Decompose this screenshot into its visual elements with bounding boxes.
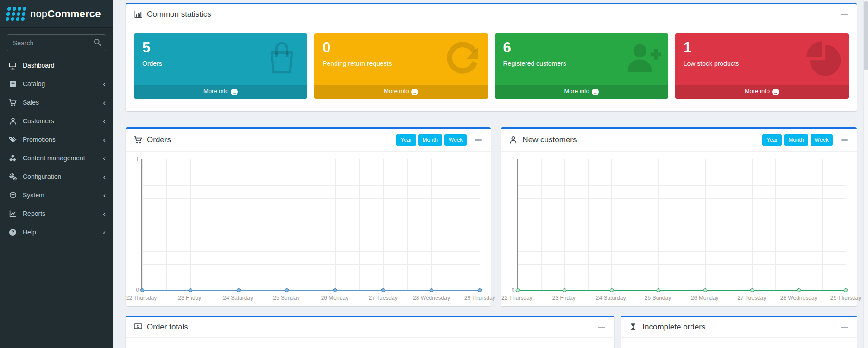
minus-icon [841, 139, 848, 141]
x-axis-label: 29 Thursday [830, 295, 862, 301]
user-icon [9, 117, 17, 125]
collapse-button[interactable] [840, 325, 849, 330]
stat-card-body: 5 Orders [134, 33, 307, 85]
sidebar-item-help[interactable]: ? Help ‹ [0, 223, 113, 241]
panel-order-totals: Order totals [126, 316, 614, 348]
chevron-left-icon: ‹ [103, 210, 106, 218]
chevron-left-icon: ‹ [103, 80, 106, 88]
sidebar-item-content-management[interactable]: Content management ‹ [0, 149, 113, 167]
chevron-left-icon: ‹ [103, 117, 106, 125]
month-button[interactable]: Month [418, 134, 442, 146]
collapse-button[interactable] [597, 325, 606, 330]
x-axis-label: 25 Sunday [273, 295, 299, 301]
x-axis-label: 25 Sunday [645, 295, 671, 301]
charts-row: Orders Year Month Week 1 0 [126, 127, 857, 306]
y-axis-label: 0 [136, 287, 139, 293]
stat-card-body: 6 Registered customers [495, 33, 668, 85]
x-axis-label: 26 Monday [691, 295, 718, 301]
range-button-group: Year Month Week [396, 134, 467, 146]
more-info-link[interactable]: More info→ [134, 85, 307, 99]
month-button[interactable]: Month [784, 134, 808, 146]
minus-icon [841, 14, 848, 15]
x-axis-label: 27 Tuesday [369, 295, 398, 301]
sidebar-item-label: Configuration [23, 173, 61, 180]
stat-card-body: 0 Pending return requests [314, 33, 488, 85]
chart-line-icon [9, 210, 17, 218]
scrollbar-thumb[interactable] [864, 1, 868, 70]
plot-area [141, 159, 480, 291]
new-customers-chart: 1 0 22 Thu [501, 152, 857, 306]
money-icon [134, 323, 142, 331]
collapse-button[interactable] [840, 12, 849, 17]
more-info-link[interactable]: More info→ [495, 85, 668, 99]
brand-name: nopCommerce [30, 8, 101, 20]
sidebar-item-system[interactable]: System ‹ [0, 186, 113, 204]
more-info-link[interactable]: More info→ [675, 85, 849, 99]
panel-title: Common statistics [147, 10, 211, 19]
x-axis-label: 23 Friday [552, 295, 576, 301]
stat-value: 0 [323, 39, 479, 56]
book-icon [9, 80, 17, 88]
x-axis: 22 Thursday 23 Friday 24 Saturday 25 Sun… [517, 291, 846, 303]
sidebar-item-dashboard[interactable]: Dashboard [0, 56, 113, 75]
chevron-left-icon: ‹ [103, 99, 106, 107]
more-info-link[interactable]: More info→ [314, 85, 488, 99]
collapse-button[interactable] [474, 138, 482, 143]
user-icon [509, 136, 518, 144]
stat-card-orders: 5 Orders More info→ [134, 33, 307, 99]
year-button[interactable]: Year [762, 134, 782, 146]
stat-label: Orders [142, 60, 299, 67]
stat-label: Low stock products [684, 60, 840, 67]
chevron-left-icon: ‹ [103, 191, 106, 199]
collapse-button[interactable] [840, 138, 849, 143]
sidebar-item-label: System [23, 191, 44, 199]
x-axis-label: 28 Wednesday [413, 295, 450, 301]
panel-header: Orders Year Month Week [126, 129, 491, 152]
minus-icon [475, 139, 482, 141]
sidebar-item-catalog[interactable]: Catalog ‹ [0, 75, 113, 93]
sidebar-item-label: Catalog [23, 80, 45, 88]
minus-icon [598, 327, 605, 328]
arrow-circle-right-icon: → [411, 89, 418, 95]
stat-card-pending-returns: 0 Pending return requests More info→ [314, 33, 488, 99]
search-input[interactable] [7, 34, 106, 51]
sidebar-item-label: Help [23, 228, 36, 236]
x-axis-label: 22 Thursday [126, 295, 157, 301]
panel-header: Common statistics [126, 4, 857, 25]
range-button-group: Year Month Week [762, 134, 833, 146]
panel-title: Orders [147, 135, 171, 145]
sidebar-item-reports[interactable]: Reports ‹ [0, 204, 113, 223]
stat-cards-row: 5 Orders More info→ 0 Pending return req… [126, 25, 857, 111]
panel-orders-chart: Orders Year Month Week 1 0 [126, 127, 491, 306]
sidebar-item-sales[interactable]: Sales ‹ [0, 93, 113, 112]
x-axis-label: 29 Thursday [464, 295, 495, 301]
stat-value: 1 [684, 39, 840, 56]
sidebar-item-label: Sales [23, 99, 39, 106]
stat-label: Registered customers [503, 60, 660, 67]
year-button[interactable]: Year [396, 134, 416, 146]
sidebar-item-promotions[interactable]: Promotions ‹ [0, 130, 113, 149]
plot-area [517, 159, 846, 291]
sidebar-search [7, 34, 106, 51]
week-button[interactable]: Week [444, 134, 467, 146]
scrollbar[interactable] [863, 0, 868, 348]
bar-chart-icon [134, 10, 142, 19]
sidebar-item-configuration[interactable]: Configuration ‹ [0, 167, 113, 186]
nopcommerce-logo-icon [5, 7, 26, 21]
panel-header: Incomplete orders [621, 317, 857, 338]
search-icon[interactable] [92, 38, 102, 48]
bottom-row: Order totals Incomplete orders [126, 316, 857, 348]
week-button[interactable]: Week [811, 134, 833, 146]
monitor-icon [9, 62, 17, 70]
sidebar-item-customers[interactable]: Customers ‹ [0, 112, 113, 130]
panel-title: Incomplete orders [642, 323, 705, 332]
stat-value: 5 [142, 39, 299, 56]
panel-common-statistics: Common statistics 5 Orders More info→ [126, 3, 857, 111]
x-axis-label: 22 Thursday [501, 295, 532, 301]
sidebar-menu: Dashboard Catalog ‹ Sales ‹ Customers ‹ … [0, 56, 113, 241]
minus-icon [841, 327, 848, 328]
y-axis-label: 0 [512, 287, 515, 293]
cart-icon [134, 136, 142, 144]
sidebar-item-label: Customers [23, 117, 54, 125]
sidebar-item-label: Promotions [23, 136, 56, 143]
